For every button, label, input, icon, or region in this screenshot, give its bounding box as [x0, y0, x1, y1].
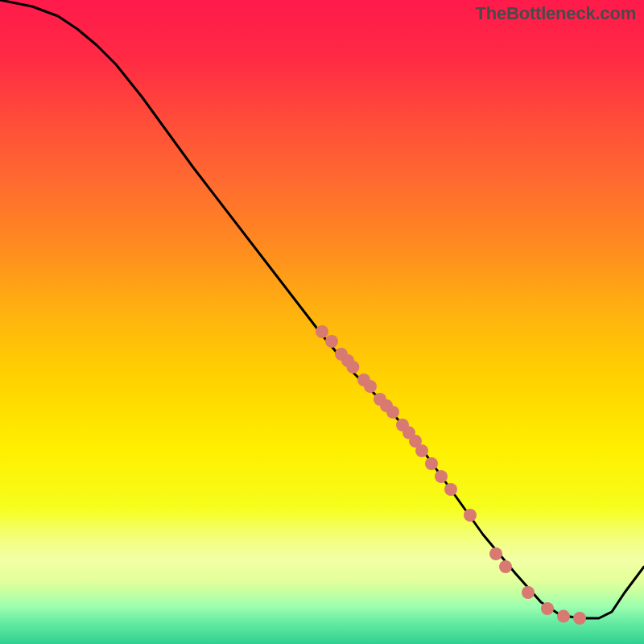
chart-overlay — [0, 0, 644, 644]
data-marker — [541, 602, 554, 615]
data-marker — [573, 612, 586, 625]
watermark-text: TheBottleneck.com — [475, 3, 636, 24]
data-marker — [364, 380, 377, 393]
data-marker — [489, 547, 502, 560]
chart-container: TheBottleneck.com — [0, 0, 644, 644]
data-marker — [464, 509, 477, 522]
data-marker — [346, 361, 359, 374]
data-marker — [415, 444, 428, 457]
data-marker — [435, 470, 448, 483]
data-marker — [325, 335, 338, 348]
data-marker — [499, 560, 512, 573]
bottleneck-curve — [0, 0, 644, 618]
data-marker — [386, 406, 399, 419]
data-marker — [522, 586, 535, 599]
data-marker — [316, 325, 328, 338]
data-marker — [557, 610, 570, 623]
data-marker — [425, 457, 438, 470]
data-marker — [444, 483, 457, 496]
marker-group — [316, 325, 586, 625]
